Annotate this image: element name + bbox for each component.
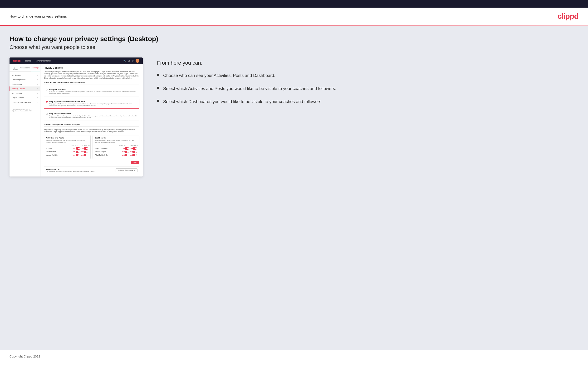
bullet-marker	[157, 74, 159, 76]
rounds-coaches-toggle[interactable]: ON	[73, 147, 81, 150]
app-screenshot: clippd Home My Performance 🔍 ⊞ ⚙ My Prof…	[9, 58, 143, 176]
help-desc: Visit our Clippd community to troublesho…	[46, 171, 95, 172]
followers-col-label: FOLLOWERS	[81, 145, 88, 146]
app-sidebar: My Profile Connections Settings My Accou…	[9, 64, 40, 176]
radio-desc-followers: Only approved followers and coaches you …	[49, 103, 137, 107]
sidebar-item-account[interactable]: My Account ›	[9, 73, 40, 77]
page-subheading: Choose what you want people to see	[9, 44, 579, 50]
logo: clippd	[558, 12, 579, 21]
rounds-row: Rounds ON ON	[46, 147, 88, 150]
manual-activities-label: Manual Activities	[46, 154, 73, 156]
tab-my-profile[interactable]: My Profile	[11, 66, 19, 71]
app-nav-performance[interactable]: My Performance	[36, 60, 51, 62]
radio-label-followers: Only Approved Followers and Your Coach	[49, 100, 137, 103]
player-dash-followers-toggle[interactable]: ON	[130, 147, 137, 150]
chevron-icon: ›	[37, 88, 38, 90]
sidebar-item-privacy-policy[interactable]: Service & Privacy Policy ↗	[9, 100, 40, 105]
grid-icon[interactable]: ⊞	[128, 60, 130, 62]
manual-coaches-toggle[interactable]: ON	[73, 154, 81, 156]
bullet-text-2: Select which Activities and Posts you wo…	[163, 86, 336, 92]
radio-content-everyone: Everyone on Clippd Everyone on Clippd ca…	[49, 88, 137, 95]
list-item: Select which Dashboards you would like t…	[157, 99, 579, 105]
external-link-icon: ↗	[37, 97, 38, 99]
radio-desc-everyone: Everyone on Clippd can search for you an…	[49, 91, 137, 95]
top-bar	[0, 0, 588, 8]
round-insights-followers-toggle[interactable]: ON	[130, 150, 137, 153]
app-nav-home[interactable]: Home	[25, 60, 31, 62]
header-title: How to change your privacy settings	[9, 14, 67, 18]
radio-dot-everyone	[46, 89, 48, 91]
practice-drills-label: Practice Drills	[46, 151, 73, 152]
bullet-text-3: Select which Dashboards you would like t…	[163, 99, 322, 105]
player-dash-coaches-toggle[interactable]: ON	[122, 147, 130, 150]
visit-community-label: Visit Our Community	[118, 169, 133, 171]
dashboards-header-row: COACHES FOLLOWERS	[95, 145, 137, 146]
what-to-work-on-row: What To Work On ON ON	[95, 154, 137, 156]
main-content: How to change your privacy settings (Des…	[0, 26, 588, 350]
help-support-section: Help & Support Visit our Clippd communit…	[44, 166, 139, 174]
round-insights-coaches-toggle[interactable]: ON	[122, 150, 130, 153]
radio-everyone[interactable]: Everyone on Clippd Everyone on Clippd ca…	[44, 87, 139, 96]
sidebar-item-help[interactable]: Help & Support ↗	[9, 95, 40, 100]
bullet-text-1: Choose who can see your Activities, Post…	[163, 73, 275, 79]
tab-connections[interactable]: Connections	[19, 66, 31, 71]
chevron-icon: ›	[37, 92, 38, 94]
show-hide-desc: Regardless of the privacy controls that …	[44, 128, 139, 133]
sidebar-item-data-integrations[interactable]: Data Integrations ›	[9, 77, 40, 82]
sidebar-tabs: My Profile Connections Settings	[9, 66, 40, 72]
visit-community-button[interactable]: Visit Our Community ↗	[116, 168, 138, 172]
radio-label-coach: Only You and Your Coach	[49, 113, 137, 115]
list-item: Select which Activities and Posts you wo…	[157, 86, 579, 92]
header: How to change your privacy settings clip…	[0, 8, 588, 25]
content-layout: clippd Home My Performance 🔍 ⊞ ⚙ My Prof…	[9, 58, 579, 176]
dash-coaches-col: COACHES	[119, 145, 127, 146]
sidebar-item-privacy-controls[interactable]: Privacy Controls ›	[9, 86, 40, 91]
work-on-followers-toggle[interactable]: ON	[130, 154, 137, 156]
player-dashboard-label: Player Dashboard	[95, 148, 122, 149]
app-body: My Profile Connections Settings My Accou…	[9, 64, 143, 176]
sidebar-item-golf-bag[interactable]: My Golf Bag ›	[9, 91, 40, 95]
round-insights-row: Round Insights ON ON	[95, 150, 137, 153]
practice-drills-row: Practice Drills ON ON	[46, 150, 88, 153]
avatar[interactable]	[136, 59, 139, 63]
toggles-grid: Activities and Posts Select the types of…	[44, 135, 139, 159]
radio-label-everyone: Everyone on Clippd	[49, 88, 137, 91]
radio-coach-only[interactable]: Only You and Your Coach Only you and the…	[44, 111, 139, 121]
radio-content-coach: Only You and Your Coach Only you and the…	[49, 113, 137, 119]
bullet-marker	[157, 100, 159, 102]
chevron-icon: ›	[37, 74, 38, 76]
activities-posts-card: Activities and Posts Select the types of…	[44, 135, 91, 159]
settings-icon[interactable]: ⚙	[132, 60, 134, 62]
dashboards-card: Dashboards Select the types of activity …	[93, 135, 139, 159]
dashboards-card-desc: Select the types of activity that you'd …	[95, 140, 137, 143]
chevron-icon: ›	[37, 79, 38, 81]
bullet-list: Choose who can see your Activities, Post…	[157, 73, 579, 105]
rounds-label: Rounds	[46, 148, 73, 149]
manual-followers-toggle[interactable]: ON	[81, 154, 88, 156]
chevron-icon: ›	[37, 83, 38, 85]
app-nav-right: 🔍 ⊞ ⚙	[123, 59, 139, 63]
radio-dot-coach	[46, 113, 48, 115]
rounds-followers-toggle[interactable]: ON	[81, 147, 88, 150]
show-hide-section: Show or hide specific features in Clippd…	[44, 123, 139, 164]
tab-settings[interactable]: Settings	[31, 66, 40, 71]
external-link-icon: ↗	[134, 169, 135, 171]
radio-content-followers: Only Approved Followers and Your Coach O…	[49, 100, 137, 107]
who-can-see-header: Who Can See Your Activities and Dashboar…	[44, 82, 139, 85]
search-icon[interactable]: 🔍	[123, 60, 126, 62]
privacy-controls-title: Privacy Controls	[44, 67, 139, 69]
sidebar-item-subscription[interactable]: Subscription ›	[9, 82, 40, 86]
drills-coaches-toggle[interactable]: ON	[73, 150, 81, 153]
show-hide-header: Show or hide specific features in Clippd	[44, 123, 139, 127]
external-link-icon: ↗	[37, 101, 38, 103]
help-text: Help & Support Visit our Clippd communit…	[46, 168, 95, 172]
radio-followers[interactable]: Only Approved Followers and Your Coach O…	[44, 99, 139, 108]
work-on-coaches-toggle[interactable]: ON	[122, 154, 130, 156]
footer: Copyright Clippd 2022	[0, 350, 588, 363]
right-panel: From here you can: Choose who can see yo…	[157, 58, 579, 105]
drills-followers-toggle[interactable]: ON	[81, 150, 88, 153]
page-heading: How to change your privacy settings (Des…	[9, 35, 579, 43]
version-info: Clippd Client Version: 2022.8.2SQL Serve…	[9, 107, 40, 114]
what-to-work-on-label: What To Work On	[95, 154, 122, 156]
save-button[interactable]: Save	[131, 161, 139, 164]
